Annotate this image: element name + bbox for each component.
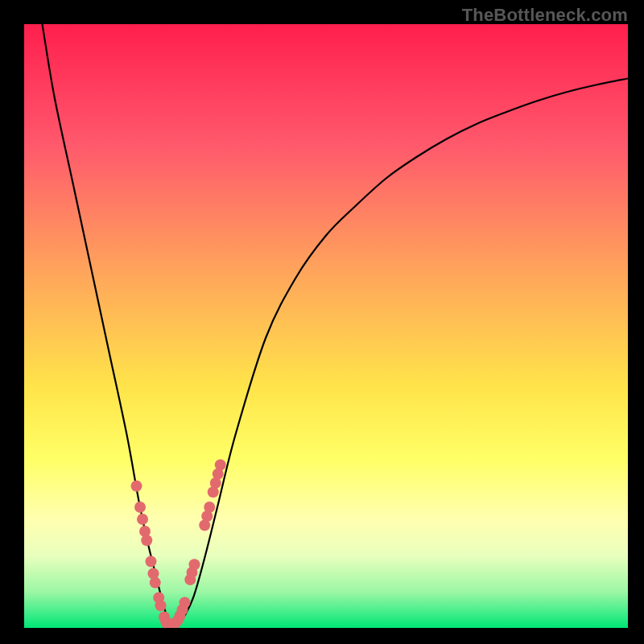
curve-layer — [24, 24, 628, 628]
dot — [134, 502, 146, 513]
dot — [150, 577, 161, 588]
watermark-text: TheBottleneck.com — [462, 5, 628, 26]
dot — [189, 559, 200, 570]
dot — [146, 556, 157, 568]
plot-area — [24, 24, 628, 628]
dot — [215, 460, 226, 471]
dot — [155, 600, 167, 611]
chart-frame: TheBottleneck.com — [0, 0, 644, 644]
overlay-dots — [131, 460, 226, 629]
dot — [180, 597, 191, 609]
dot — [141, 535, 152, 546]
dot — [131, 481, 142, 492]
dot — [204, 502, 215, 513]
bottleneck-curve — [43, 24, 629, 628]
dot — [137, 514, 148, 525]
